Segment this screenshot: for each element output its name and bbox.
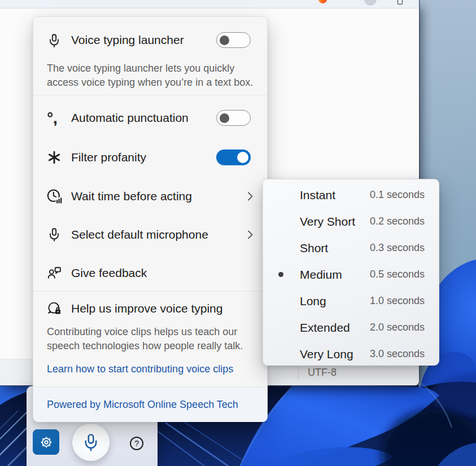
voice-typing-launcher-toggle[interactable]: [216, 32, 251, 48]
voice-typing-launcher[interactable]: Voice typing launcher: [33, 21, 267, 59]
launcher-description: The voice typing launcher lets you quick…: [47, 61, 259, 89]
very-short[interactable]: Very Short0.2 seconds: [263, 208, 439, 235]
short[interactable]: Short0.3 seconds: [263, 235, 439, 261]
filter-profanity[interactable]: Filter profanity: [33, 138, 267, 177]
automatic-punctuation[interactable]: , Automatic punctuation: [33, 99, 267, 137]
flyout-footer: Powered by Microsoft Online Speech Tech: [33, 386, 267, 422]
svg-text:,: ,: [53, 110, 58, 126]
settings-button[interactable]: [33, 429, 59, 455]
help-button[interactable]: ?: [130, 437, 143, 450]
voice-typing-settings-flyout: Voice typing launcher The voice typing l…: [33, 16, 268, 422]
app-window-top-strip: [0, 0, 419, 8]
voice-typing-settings-screen: UTF-8: [0, 0, 476, 466]
help-us-improve[interactable]: Help us improve voice typing: [33, 289, 267, 328]
long[interactable]: Long1.0 seconds: [263, 288, 439, 314]
medium[interactable]: Medium0.5 seconds: [263, 261, 439, 288]
improve-description: Contributing voice clips helps us teach …: [47, 325, 259, 353]
wait-time-before-acting[interactable]: Wait time before acting: [33, 177, 267, 216]
microphone-button[interactable]: [72, 424, 110, 461]
automatic-punctuation-toggle[interactable]: [216, 110, 251, 126]
extended[interactable]: Extended2.0 seconds: [263, 314, 439, 341]
select-default-microphone[interactable]: Select default microphone: [33, 216, 267, 254]
instant[interactable]: Instant0.1 seconds: [263, 182, 439, 208]
give-feedback[interactable]: Give feedback: [33, 254, 267, 292]
filter-profanity-toggle[interactable]: [216, 150, 251, 165]
wait-time-submenu: Instant0.1 seconds Very Short0.2 seconds…: [263, 179, 439, 366]
learn-how-link[interactable]: Learn how to start contributing voice cl…: [47, 363, 233, 375]
powered-by-link[interactable]: Powered by Microsoft Online Speech Tech: [47, 399, 238, 411]
very-long[interactable]: Very Long3.0 seconds: [263, 341, 439, 366]
